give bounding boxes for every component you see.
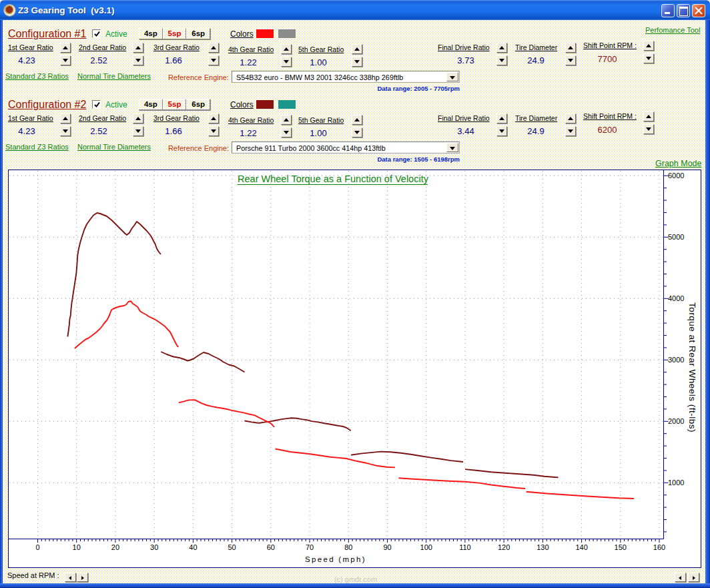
svg-text:110: 110 xyxy=(459,543,471,551)
svg-text:40: 40 xyxy=(189,543,197,551)
svg-text:Torque at Rear Wheels (ft-lbs): Torque at Rear Wheels (ft-lbs) xyxy=(687,302,697,432)
svg-text:10: 10 xyxy=(73,543,81,551)
svg-text:100: 100 xyxy=(420,543,432,551)
svg-text:50: 50 xyxy=(228,543,236,551)
svg-text:130: 130 xyxy=(537,543,549,551)
svg-text:150: 150 xyxy=(615,543,627,551)
svg-text:Speed (mph): Speed (mph) xyxy=(305,555,366,563)
svg-text:3000: 3000 xyxy=(668,356,684,364)
svg-text:(c) gmdr.com: (c) gmdr.com xyxy=(334,575,377,583)
svg-text:160: 160 xyxy=(653,543,665,551)
svg-text:4000: 4000 xyxy=(668,294,684,302)
svg-text:30: 30 xyxy=(150,543,158,551)
svg-text:0: 0 xyxy=(35,543,39,551)
svg-text:1000: 1000 xyxy=(668,479,684,487)
svg-text:120: 120 xyxy=(498,543,510,551)
svg-text:20: 20 xyxy=(111,543,119,551)
svg-text:5000: 5000 xyxy=(668,233,684,241)
svg-text:Rear Wheel Torque as a Functio: Rear Wheel Torque as a Function of Veloc… xyxy=(238,174,429,184)
svg-text:90: 90 xyxy=(383,543,391,551)
svg-text:2000: 2000 xyxy=(668,417,684,425)
svg-text:140: 140 xyxy=(575,543,587,551)
svg-text:80: 80 xyxy=(344,543,352,551)
svg-text:6000: 6000 xyxy=(668,172,684,180)
svg-text:60: 60 xyxy=(267,543,275,551)
svg-text:70: 70 xyxy=(306,543,314,551)
